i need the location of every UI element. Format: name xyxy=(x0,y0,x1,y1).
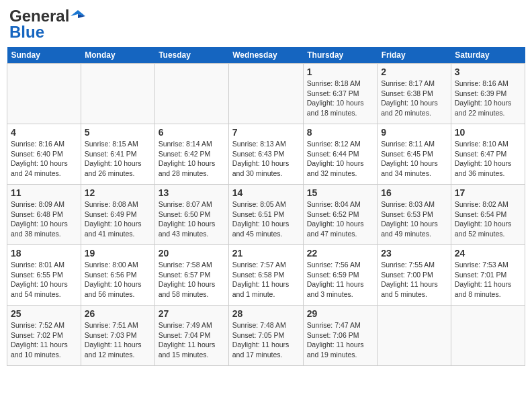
day-info: Sunrise: 8:08 AM Sunset: 6:49 PM Dayligh… xyxy=(85,199,151,239)
calendar-cell xyxy=(451,306,525,366)
day-info: Sunrise: 8:11 AM Sunset: 6:45 PM Dayligh… xyxy=(381,139,447,179)
calendar-week-row: 11Sunrise: 8:09 AM Sunset: 6:48 PM Dayli… xyxy=(7,185,525,245)
column-header-saturday: Saturday xyxy=(451,47,525,64)
column-header-wednesday: Wednesday xyxy=(228,47,303,64)
day-info: Sunrise: 7:53 AM Sunset: 7:01 PM Dayligh… xyxy=(455,260,521,300)
calendar-cell: 14Sunrise: 8:05 AM Sunset: 6:51 PM Dayli… xyxy=(228,185,303,245)
calendar-cell: 4Sunrise: 8:16 AM Sunset: 6:40 PM Daylig… xyxy=(7,124,81,185)
day-number: 17 xyxy=(455,187,521,198)
day-number: 2 xyxy=(381,66,447,77)
calendar-cell: 6Sunrise: 8:14 AM Sunset: 6:42 PM Daylig… xyxy=(154,124,228,185)
logo-blue: Blue xyxy=(9,23,44,42)
day-number: 15 xyxy=(307,187,373,198)
day-number: 16 xyxy=(381,187,447,198)
calendar-week-row: 1Sunrise: 8:18 AM Sunset: 6:37 PM Daylig… xyxy=(7,64,525,124)
calendar-cell xyxy=(81,64,154,124)
day-number: 25 xyxy=(11,308,77,319)
day-number: 23 xyxy=(381,248,447,259)
day-info: Sunrise: 7:57 AM Sunset: 6:58 PM Dayligh… xyxy=(232,260,300,300)
day-info: Sunrise: 8:00 AM Sunset: 6:56 PM Dayligh… xyxy=(85,260,151,300)
day-number: 28 xyxy=(232,308,300,319)
day-number: 24 xyxy=(455,248,521,259)
calendar-cell: 27Sunrise: 7:49 AM Sunset: 7:04 PM Dayli… xyxy=(154,306,228,366)
day-info: Sunrise: 7:55 AM Sunset: 7:00 PM Dayligh… xyxy=(381,260,447,300)
day-info: Sunrise: 7:49 AM Sunset: 7:04 PM Dayligh… xyxy=(159,320,225,360)
calendar-cell xyxy=(7,64,81,124)
calendar-cell xyxy=(154,64,228,124)
day-number: 3 xyxy=(455,66,521,77)
day-info: Sunrise: 7:47 AM Sunset: 7:06 PM Dayligh… xyxy=(307,320,373,360)
logo: General Blue xyxy=(9,7,85,42)
day-number: 21 xyxy=(232,248,300,259)
calendar-cell: 16Sunrise: 8:03 AM Sunset: 6:53 PM Dayli… xyxy=(378,185,451,245)
day-info: Sunrise: 8:10 AM Sunset: 6:47 PM Dayligh… xyxy=(455,139,521,179)
calendar-cell: 2Sunrise: 8:17 AM Sunset: 6:38 PM Daylig… xyxy=(378,64,451,124)
calendar-cell: 23Sunrise: 7:55 AM Sunset: 7:00 PM Dayli… xyxy=(378,245,451,306)
day-info: Sunrise: 8:12 AM Sunset: 6:44 PM Dayligh… xyxy=(307,139,373,179)
calendar-cell: 28Sunrise: 7:48 AM Sunset: 7:05 PM Dayli… xyxy=(228,306,303,366)
column-header-monday: Monday xyxy=(81,47,154,64)
calendar-cell: 19Sunrise: 8:00 AM Sunset: 6:56 PM Dayli… xyxy=(81,245,154,306)
calendar-cell: 26Sunrise: 7:51 AM Sunset: 7:03 PM Dayli… xyxy=(81,306,154,366)
day-number: 27 xyxy=(159,308,225,319)
calendar-cell: 29Sunrise: 7:47 AM Sunset: 7:06 PM Dayli… xyxy=(303,306,377,366)
day-info: Sunrise: 8:04 AM Sunset: 6:52 PM Dayligh… xyxy=(307,199,373,239)
day-number: 8 xyxy=(307,127,373,138)
day-info: Sunrise: 8:01 AM Sunset: 6:55 PM Dayligh… xyxy=(11,260,77,300)
calendar-cell: 10Sunrise: 8:10 AM Sunset: 6:47 PM Dayli… xyxy=(451,124,525,185)
column-header-thursday: Thursday xyxy=(303,47,377,64)
calendar-cell: 17Sunrise: 8:02 AM Sunset: 6:54 PM Dayli… xyxy=(451,185,525,245)
day-info: Sunrise: 8:02 AM Sunset: 6:54 PM Dayligh… xyxy=(455,199,521,239)
day-number: 18 xyxy=(11,248,77,259)
calendar-cell: 22Sunrise: 7:56 AM Sunset: 6:59 PM Dayli… xyxy=(303,245,377,306)
calendar-cell: 25Sunrise: 7:52 AM Sunset: 7:02 PM Dayli… xyxy=(7,306,81,366)
column-header-sunday: Sunday xyxy=(7,47,81,64)
day-info: Sunrise: 8:05 AM Sunset: 6:51 PM Dayligh… xyxy=(232,199,300,239)
day-info: Sunrise: 7:48 AM Sunset: 7:05 PM Dayligh… xyxy=(232,320,300,360)
calendar-cell xyxy=(378,306,451,366)
day-number: 26 xyxy=(85,308,151,319)
calendar-cell: 5Sunrise: 8:15 AM Sunset: 6:41 PM Daylig… xyxy=(81,124,154,185)
calendar-week-row: 18Sunrise: 8:01 AM Sunset: 6:55 PM Dayli… xyxy=(7,245,525,306)
day-number: 4 xyxy=(11,127,77,138)
calendar-cell: 11Sunrise: 8:09 AM Sunset: 6:48 PM Dayli… xyxy=(7,185,81,245)
column-header-tuesday: Tuesday xyxy=(154,47,228,64)
day-info: Sunrise: 8:17 AM Sunset: 6:38 PM Dayligh… xyxy=(381,79,447,118)
calendar-cell: 3Sunrise: 8:16 AM Sunset: 6:39 PM Daylig… xyxy=(451,64,525,124)
calendar-header-row: SundayMondayTuesdayWednesdayThursdayFrid… xyxy=(7,47,525,64)
day-info: Sunrise: 8:09 AM Sunset: 6:48 PM Dayligh… xyxy=(11,199,77,239)
calendar-cell: 18Sunrise: 8:01 AM Sunset: 6:55 PM Dayli… xyxy=(7,245,81,306)
calendar-cell: 1Sunrise: 8:18 AM Sunset: 6:37 PM Daylig… xyxy=(303,64,377,124)
calendar-cell: 7Sunrise: 8:13 AM Sunset: 6:43 PM Daylig… xyxy=(228,124,303,185)
day-number: 29 xyxy=(307,308,373,319)
day-info: Sunrise: 7:58 AM Sunset: 6:57 PM Dayligh… xyxy=(159,260,225,300)
day-info: Sunrise: 8:16 AM Sunset: 6:40 PM Dayligh… xyxy=(11,139,77,179)
day-number: 9 xyxy=(381,127,447,138)
day-number: 19 xyxy=(85,248,151,259)
day-info: Sunrise: 8:18 AM Sunset: 6:37 PM Dayligh… xyxy=(307,79,373,118)
day-number: 10 xyxy=(455,127,521,138)
day-info: Sunrise: 7:52 AM Sunset: 7:02 PM Dayligh… xyxy=(11,320,77,360)
day-number: 6 xyxy=(159,127,225,138)
day-number: 14 xyxy=(232,187,300,198)
logo-bird-icon xyxy=(71,9,85,24)
calendar-cell: 12Sunrise: 8:08 AM Sunset: 6:49 PM Dayli… xyxy=(81,185,154,245)
day-info: Sunrise: 8:03 AM Sunset: 6:53 PM Dayligh… xyxy=(381,199,447,239)
day-number: 7 xyxy=(232,127,300,138)
page-header: General Blue xyxy=(7,7,525,42)
day-number: 22 xyxy=(307,248,373,259)
calendar-table: SundayMondayTuesdayWednesdayThursdayFrid… xyxy=(7,47,525,366)
calendar-cell: 9Sunrise: 8:11 AM Sunset: 6:45 PM Daylig… xyxy=(378,124,451,185)
day-number: 12 xyxy=(85,187,151,198)
calendar-cell: 21Sunrise: 7:57 AM Sunset: 6:58 PM Dayli… xyxy=(228,245,303,306)
day-number: 5 xyxy=(85,127,151,138)
calendar-cell: 13Sunrise: 8:07 AM Sunset: 6:50 PM Dayli… xyxy=(154,185,228,245)
day-info: Sunrise: 8:07 AM Sunset: 6:50 PM Dayligh… xyxy=(159,199,225,239)
day-info: Sunrise: 8:16 AM Sunset: 6:39 PM Dayligh… xyxy=(455,79,521,118)
day-info: Sunrise: 8:14 AM Sunset: 6:42 PM Dayligh… xyxy=(159,139,225,179)
calendar-cell xyxy=(228,64,303,124)
day-number: 20 xyxy=(159,248,225,259)
calendar-cell: 8Sunrise: 8:12 AM Sunset: 6:44 PM Daylig… xyxy=(303,124,377,185)
day-number: 13 xyxy=(159,187,225,198)
calendar-cell: 15Sunrise: 8:04 AM Sunset: 6:52 PM Dayli… xyxy=(303,185,377,245)
